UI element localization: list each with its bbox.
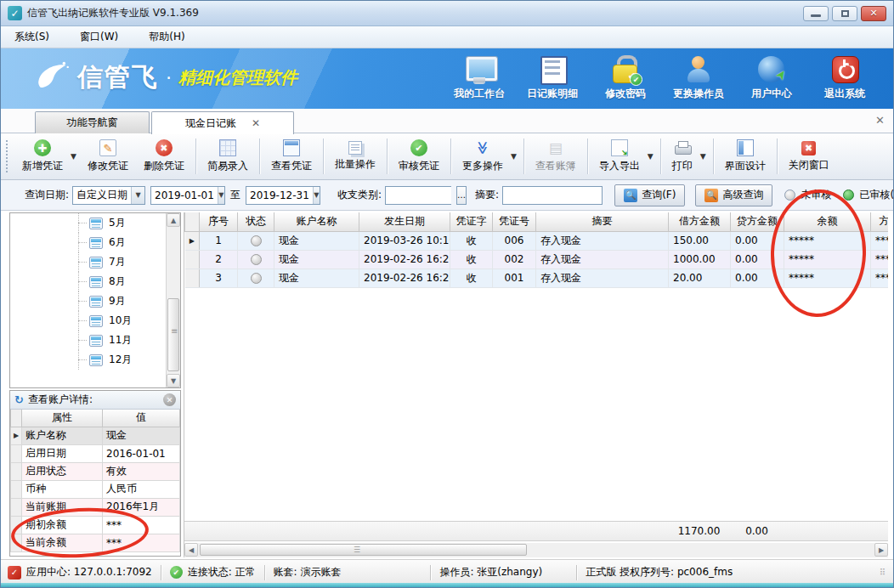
column-header-7[interactable]: 借方金额 [669,212,731,231]
summary-input[interactable] [502,186,603,205]
tree-vertical-scrollbar[interactable]: ▲ ▼ [166,213,180,387]
category-lookup-button[interactable]: … [456,186,467,205]
column-header-2[interactable]: 账户名称 [274,212,359,231]
column-header-10[interactable]: 方向 [871,212,889,231]
add-voucher-button[interactable]: ✚新增凭证 [14,137,71,176]
toolbar-separator [195,139,196,174]
tab-cash-journal[interactable]: 现金日记账✕ [151,111,294,134]
close-window-button[interactable]: ✖关闭窗口 [781,139,837,175]
tree-item-label: 8月 [109,274,126,289]
date-to-label: 至 [230,188,240,202]
date-from-value: 2019-01-01 [151,189,218,201]
month-icon [89,296,103,308]
banner-action-exit-system[interactable]: 退出系统 [808,55,881,101]
table-row[interactable]: ▶1现金2019-03-26 10:10收006存入现金150.000.00**… [185,231,889,250]
app-window: ✓ 信管飞出纳记账软件专业版 V9.1.369 ✕ 系统(S)窗口(W)帮助(H… [0,0,894,588]
detail-prop-cell: 启用状态 [22,462,103,480]
easy-entry-button[interactable]: 简易录入 [200,137,256,176]
ui-design-button[interactable]: 界面设计 [717,137,773,176]
banner-action-switch-operator[interactable]: 更换操作员 [662,55,735,101]
column-header-1[interactable]: 状态 [238,212,274,231]
brand-name: 信管飞 [77,60,159,95]
column-header-6[interactable]: 摘要 [536,212,669,231]
print-button[interactable]: 打印 [665,137,700,176]
chevron-down-icon[interactable]: ▼ [131,187,144,204]
audit-voucher-label: 审核凭证 [399,159,439,173]
category-input[interactable] [385,186,451,205]
column-header-9[interactable]: 余额 [784,212,871,231]
banner-action-change-password[interactable]: ✔修改密码 [589,55,662,101]
scroll-up-icon[interactable]: ▲ [167,213,180,227]
tree-item-month-11[interactable]: 11月 [10,331,180,350]
minimize-button[interactable] [803,6,829,21]
column-header-0[interactable]: 序号 [200,212,238,231]
tree-item-month-12[interactable]: 12月 [10,350,180,370]
refresh-icon[interactable]: ↻ [14,393,24,406]
tree-item-month-6[interactable]: 6月 [10,233,180,252]
menu-item-2[interactable]: 帮助(H) [145,28,188,46]
delete-voucher-button[interactable]: ✖删除凭证 [136,137,192,176]
scroll-down-icon[interactable]: ▼ [167,374,180,387]
scroll-right-icon[interactable]: ▶ [874,543,888,557]
cell: ***** [784,269,871,287]
detail-close-icon[interactable]: ✕ [163,393,176,406]
ui-design-label: 界面设计 [725,159,766,173]
table-row[interactable]: 2现金2019-02-26 16:20收002存入现金1000.000.00**… [185,250,889,269]
menu-item-0[interactable]: 系统(S) [11,28,53,46]
date-to-select[interactable]: 2019-12-31 ▼ [246,186,320,205]
import-export-button[interactable]: 导入导出 [591,137,648,176]
resize-grip[interactable]: ⠿ [880,568,886,577]
column-header-8[interactable]: 贷方金额 [731,212,784,231]
audit-voucher-button[interactable]: ✔审核凭证 [391,137,447,176]
tree-item-month-10[interactable]: 10月 [10,311,180,331]
view-books-button: ▤查看账簿 [528,137,584,176]
column-header-4[interactable]: 凭证字 [450,212,493,231]
tree-item-month-9[interactable]: 9月 [10,291,180,311]
detail-value-cell: *** [103,516,180,534]
grid-scroll-thumb[interactable] [200,544,527,556]
dropdown-caret-icon[interactable]: ▼ [648,152,654,161]
banner-action-label: 我的工作台 [454,87,505,101]
banner-action-workbench[interactable]: 我的工作台 [443,55,516,101]
chevron-down-icon[interactable]: ▼ [313,187,320,204]
credit-total: 0.00 [730,525,784,537]
toolbar-grip[interactable] [6,140,11,172]
menu-item-1[interactable]: 窗口(W) [76,28,122,46]
close-button[interactable]: ✕ [861,6,886,21]
chevron-down-icon[interactable]: ▼ [218,187,224,204]
date-mode-select[interactable]: 自定义日期 ▼ [72,186,145,205]
voucher-toolbar: ✚新增凭证▼✎修改凭证✖删除凭证简易录入查看凭证批量操作✔审核凭证≫更多操作▼▤… [1,133,893,180]
date-from-select[interactable]: 2019-01-01 ▼ [150,186,225,205]
search-button[interactable]: 🔍 查询(F) [614,184,685,206]
detail-row: 币种人民币 [11,480,180,498]
export-icon [611,139,628,156]
unaudited-status-icon [251,235,262,246]
banner-action-user-center[interactable]: 用户中心 [735,55,808,101]
grid-horizontal-scrollbar[interactable]: ◀ ▶ [184,543,888,557]
scroll-left-icon[interactable]: ◀ [184,543,198,557]
batch-ops-button[interactable]: 批量操作 [327,139,383,174]
dropdown-caret-icon[interactable]: ▼ [71,152,76,161]
close-tab-icon[interactable]: ✕ [252,117,260,129]
tab-nav[interactable]: 功能导航窗 [35,111,150,133]
detail-value-cell: 2016-01-01 [103,444,180,462]
edit-voucher-button[interactable]: ✎修改凭证 [80,137,136,176]
view-voucher-button[interactable]: 查看凭证 [263,137,320,176]
more-ops-button[interactable]: ≫更多操作 [455,137,511,176]
dropdown-caret-icon[interactable]: ▼ [700,152,706,161]
column-header-3[interactable]: 发生日期 [359,212,450,231]
dropdown-caret-icon[interactable]: ▼ [511,152,517,161]
advanced-search-button[interactable]: 🔍 高级查询 [695,184,772,206]
tree-scroll-thumb[interactable] [167,298,179,371]
tree-item-month-8[interactable]: 8月 [10,272,180,291]
journal-icon [537,55,568,84]
tree-item-label: 12月 [109,353,132,367]
tree-item-month-5[interactable]: 5月 [10,213,180,233]
banner-action-label: 退出系统 [824,87,865,101]
maximize-button[interactable] [832,6,857,21]
table-row[interactable]: 3现金2019-02-26 16:20收001存入现金20.000.00****… [185,269,889,287]
banner-action-journal-detail[interactable]: 日记账明细 [516,55,589,101]
tree-item-month-7[interactable]: 7月 [10,252,180,272]
tabstrip-close-icon[interactable]: ✕ [875,114,885,127]
column-header-5[interactable]: 凭证号 [493,212,536,231]
